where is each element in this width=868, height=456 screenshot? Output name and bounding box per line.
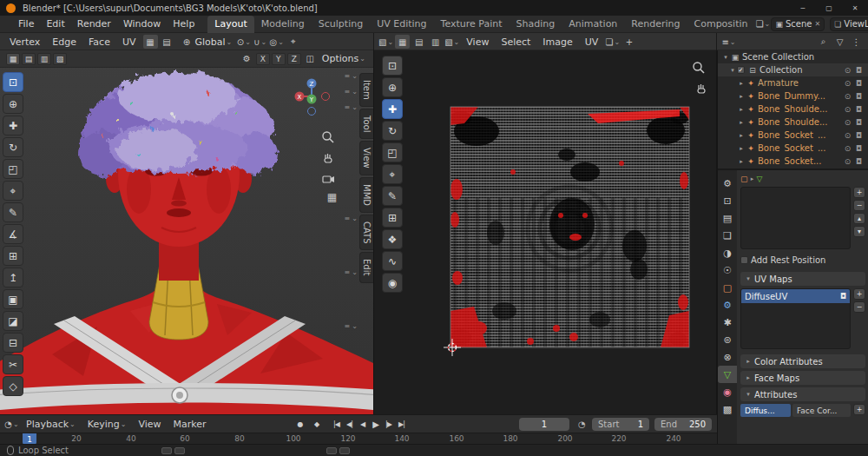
tool-transform-button[interactable]: ⌖ [3, 181, 23, 201]
properties-tab-modifiers[interactable]: ⚙ [718, 296, 737, 314]
hide-eye-icon[interactable]: ⊙ [842, 157, 853, 166]
properties-tab-particles[interactable]: ✱ [718, 314, 737, 331]
menu-face[interactable]: Face [82, 33, 116, 50]
panel-expander[interactable]: ≡⌄ [345, 104, 358, 111]
prev-keyframe-button[interactable]: ◀| [343, 417, 356, 431]
outliner-search-button[interactable]: ⌕ [816, 35, 831, 49]
sidebar-tab-edit[interactable]: Edit [359, 252, 373, 282]
outliner-scene-collection-row[interactable]: ▾ ▣ Scene Collection [718, 50, 868, 63]
menu-marker[interactable]: Marker [168, 415, 213, 433]
workspace-tab-texture-paint[interactable]: Texture Paint [434, 16, 510, 33]
outliner-item-row[interactable]: ▸ ✦ Bone_Socket... ⊙ ◘ [718, 155, 868, 168]
properties-tab-tool[interactable]: ⚙ [718, 175, 737, 192]
tool-move-button[interactable]: ✚ [3, 116, 23, 135]
add-rest-position-checkbox[interactable] [740, 256, 748, 264]
transform-orientation-dropdown[interactable]: ⊕ Global ⌄ [175, 35, 236, 49]
tool-scale-button[interactable]: ◰ [3, 159, 23, 179]
outliner-collection-row[interactable]: ▾ ✓ ⊟ Collection ⊙ ◘ [718, 63, 868, 76]
tool-extrude-button[interactable]: ↥ [3, 268, 23, 287]
snap-target-button[interactable]: ⌖ [286, 35, 300, 49]
camera-view-icon[interactable] [321, 172, 335, 186]
render-visibility-icon[interactable]: ◘ [853, 118, 865, 127]
sidebar-tab-view[interactable]: View [359, 141, 373, 175]
pan-hand-icon[interactable] [321, 151, 335, 165]
uv-select-island-button[interactable]: ▧⌄ [444, 35, 459, 49]
mirror-x-toggle[interactable]: X [256, 53, 270, 65]
face-maps-panel-header[interactable]: ▸ Face Maps [740, 371, 865, 385]
minimize-button[interactable]: ─ [790, 0, 816, 16]
uv-menu-view[interactable]: View [460, 33, 495, 50]
properties-tab-viewlayer[interactable]: ❏ [718, 227, 737, 244]
attribute-domain-cell[interactable]: Face Cor... [792, 404, 851, 417]
sidebar-tab-cats[interactable]: CATS [359, 215, 373, 251]
expand-icon[interactable]: ▸ [737, 132, 746, 139]
hide-eye-icon[interactable]: ⊙ [842, 118, 853, 127]
uv-select-edge-button[interactable]: ▤ [411, 35, 426, 49]
render-visibility-icon[interactable]: ◘ [853, 144, 865, 153]
jump-to-end-button[interactable]: ▶| [395, 417, 408, 431]
outliner-item-row[interactable]: ▸ ✦ Bone_Socket_... ⊙ ◘ [718, 129, 868, 142]
properties-tab-object[interactable]: ▢ [718, 279, 737, 296]
expand-icon[interactable]: ▾ [728, 67, 737, 74]
menu-render[interactable]: Render [71, 16, 117, 33]
scene-selector[interactable]: ▣ Scene ✕ [771, 17, 825, 31]
uv-map-canvas[interactable] [374, 50, 717, 414]
expand-icon[interactable]: ▸ [737, 119, 746, 126]
properties-tab-constraints[interactable]: ⊗ [718, 348, 737, 366]
use-preview-range-icon[interactable]: ◔ [578, 420, 586, 429]
panel-expander[interactable]: ≡⌄ [345, 215, 358, 222]
sidebar-tab-item[interactable]: Item [359, 73, 373, 107]
tool-rotate-button[interactable]: ↻ [3, 137, 23, 157]
uv-tool-cursor-button[interactable]: ⊕ [382, 77, 403, 97]
sidebar-tab-tool[interactable]: Tool [359, 109, 373, 139]
properties-tab-object-data[interactable]: ▽ [718, 366, 737, 383]
hide-eye-icon[interactable]: ⊙ [842, 66, 853, 75]
uv-select-face-button[interactable]: ▥ [428, 35, 443, 49]
character-model[interactable] [0, 68, 374, 414]
uv-maps-panel-header[interactable]: ▾ UV Maps [740, 272, 865, 286]
vertex-groups-list[interactable] [740, 187, 851, 249]
outliner-filter-button[interactable]: ▽ [832, 35, 847, 49]
uv-tool-relax-button[interactable]: ∿ [382, 251, 403, 271]
expand-icon[interactable]: ▸ [737, 93, 746, 100]
tool-measure-button[interactable]: ∡ [3, 224, 23, 244]
pivot-point-button[interactable]: ⊙⌄ [236, 35, 251, 49]
menu-playback[interactable]: Playback⌄ [20, 415, 82, 433]
mode-toggle-1[interactable]: ▤ [22, 53, 36, 65]
play-reverse-button[interactable]: ◀ [356, 417, 369, 431]
uv-zoom-icon[interactable] [692, 61, 706, 75]
uv-maps-list[interactable]: DiffuseUV ◘ [740, 288, 851, 349]
workspace-tab-shading[interactable]: Shading [510, 16, 562, 33]
menu-keying[interactable]: Keying⌄ [82, 415, 133, 433]
uv-menu-select[interactable]: Select [495, 33, 536, 50]
uv-tool-rotate-button[interactable]: ↻ [382, 121, 403, 141]
menu-help[interactable]: Help [167, 16, 201, 33]
render-visibility-icon[interactable]: ◘ [853, 79, 865, 88]
keying-set-button[interactable]: ◆ [310, 417, 323, 431]
properties-tab-render[interactable]: ⊡ [718, 192, 737, 209]
timeline-ruler[interactable]: 1 20 40 60 80 100 120 140 160 180 200 22… [0, 433, 717, 444]
outliner-item-row[interactable]: ▸ ✦ Bone_Dummy... ⊙ ◘ [718, 89, 868, 102]
uv-menu-image[interactable]: Image [536, 33, 578, 50]
menu-file[interactable]: File [12, 16, 40, 33]
outliner-item-row[interactable]: ▸ ✦ Armature ⊙ ◘ [718, 76, 868, 89]
workspace-tab-sculpting[interactable]: Sculpting [312, 16, 370, 33]
uv-tool-pinch-button[interactable]: ◉ [382, 273, 403, 293]
tool-knife-button[interactable]: ✂ [3, 354, 23, 374]
tool-loop-cut-button[interactable]: ⊟ [3, 333, 23, 353]
frame-start-field[interactable]: Start 1 [592, 418, 649, 431]
hide-eye-icon[interactable]: ⊙ [842, 131, 853, 140]
viewport-3d[interactable]: ▦ ▤ ▥ ▧ ⚙ X Y Z ◫ Options ⌄ ⊡ ⊕ ✚ ↻ ◰ ⌖ … [0, 50, 374, 414]
expand-icon[interactable]: ▸ [737, 145, 746, 152]
frame-end-field[interactable]: End 250 [654, 418, 712, 431]
render-visibility-icon[interactable]: ◘ [853, 92, 865, 101]
grid-toggle-icon[interactable]: ▦ [327, 191, 337, 203]
properties-tab-physics[interactable]: ⊚ [718, 331, 737, 348]
outliner-options-button[interactable]: ⋮ [849, 35, 864, 49]
render-visibility-icon[interactable]: ◘ [853, 105, 865, 114]
proportional-edit-button[interactable]: ◎⌄ [269, 35, 284, 49]
tool-annotate-button[interactable]: ✎ [3, 202, 23, 222]
panel-expander[interactable]: ≡⌄ [345, 269, 358, 276]
expand-icon[interactable]: ▸ [737, 80, 746, 87]
workspace-tab-rendering[interactable]: Rendering [624, 16, 687, 33]
